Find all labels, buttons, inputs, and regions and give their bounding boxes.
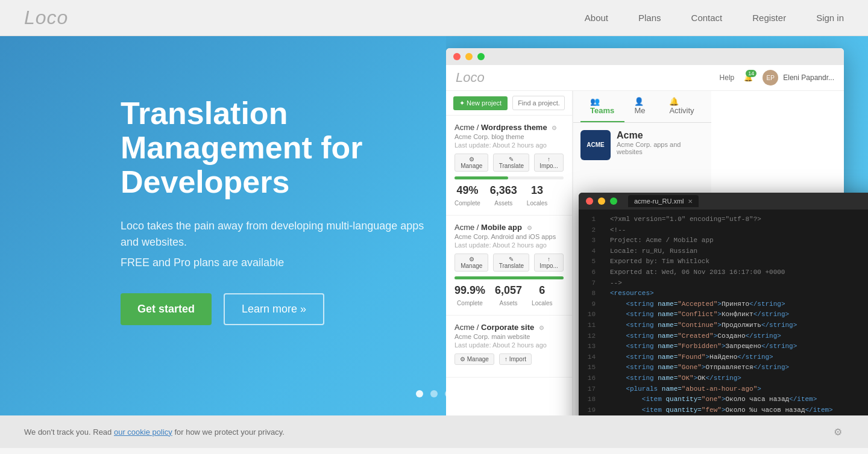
cookie-policy-link[interactable]: our cookie policy bbox=[114, 428, 172, 437]
editor-maximize[interactable] bbox=[610, 197, 617, 205]
team-desc: Acme Corp. apps and websites bbox=[617, 141, 704, 155]
nav-contact[interactable]: Contact bbox=[691, 13, 723, 23]
learn-more-button[interactable]: Learn more » bbox=[224, 293, 324, 325]
project-item-wordpress[interactable]: Acme / Wordpress theme ⚙ Acme Corp. blog… bbox=[446, 116, 572, 216]
new-project-button[interactable]: ✦ New project bbox=[453, 96, 508, 110]
code-content: <?xml version="1.0" encoding="utf-8"?> <… bbox=[603, 210, 868, 415]
project-item-mobile[interactable]: Acme / Mobile app ⚙ Acme Corp. Android a… bbox=[446, 216, 572, 316]
progress-fill-mob bbox=[454, 276, 564, 279]
loco-app-logo: Loco bbox=[456, 70, 485, 86]
nav-plans[interactable]: Plans bbox=[638, 13, 661, 23]
code-body: 1234567891011121314151617181920212223242… bbox=[579, 210, 868, 415]
project-actions-wordpress: ⚙ Manage ✎ Translate ↑ Impo... bbox=[454, 154, 564, 172]
manage-button-corp[interactable]: ⚙ Manage bbox=[454, 353, 494, 365]
import-button-wp[interactable]: ↑ Impo... bbox=[534, 154, 564, 172]
progress-fill-wp bbox=[454, 176, 508, 179]
user-avatar[interactable]: EP Eleni Papandr... bbox=[763, 70, 834, 86]
project-name-corporate: Acme / Corporate site ⚙ bbox=[454, 323, 564, 332]
hero-title: Translation Management for Developers bbox=[121, 96, 434, 200]
hero-plans: FREE and Pro plans are available bbox=[121, 257, 434, 269]
code-editor: acme-ru_RU.xml ✕ 12345678910111213141516… bbox=[579, 193, 868, 415]
tab-activity[interactable]: 🔔 Activity bbox=[659, 91, 704, 122]
notification-badge: 14 bbox=[746, 70, 756, 77]
project-list: ✦ New project Acme / Wordpress theme ⚙ A… bbox=[446, 91, 573, 415]
project-stats-wp: 49% Complete 6,363 Assets 13 Locales bbox=[454, 184, 564, 208]
logo: Loco bbox=[24, 7, 68, 29]
carousel-dot-2[interactable] bbox=[430, 390, 438, 397]
manage-button-wp[interactable]: ⚙ Manage bbox=[454, 154, 488, 172]
project-desc-wordpress: Acme Corp. blog theme bbox=[454, 133, 564, 140]
footer-text: We don't track you. Read our cookie poli… bbox=[24, 428, 285, 437]
stat-assets-mob: 6,057 Assets bbox=[495, 284, 522, 308]
carousel-dot-1[interactable] bbox=[416, 390, 423, 397]
app-nav-right: Help 🔔 14 EP Eleni Papandr... bbox=[720, 70, 834, 86]
main-nav: About Plans Contact Register Sign in bbox=[585, 13, 844, 23]
project-stats-mob: 99.9% Complete 6,057 Assets 6 Locales bbox=[454, 284, 564, 308]
line-numbers: 1234567891011121314151617181920212223242… bbox=[579, 210, 603, 415]
nav-about[interactable]: About bbox=[585, 13, 608, 23]
translate-button-mob[interactable]: ✎ Translate bbox=[493, 253, 529, 272]
project-name-mobile: Acme / Mobile app ⚙ bbox=[454, 223, 564, 232]
nav-signin[interactable]: Sign in bbox=[816, 13, 844, 23]
avatar-image: EP bbox=[763, 70, 778, 86]
stat-complete-mob: 99.9% Complete bbox=[454, 284, 485, 308]
user-name: Eleni Papandr... bbox=[783, 73, 834, 82]
minimize-button[interactable] bbox=[465, 53, 473, 60]
help-link[interactable]: Help bbox=[720, 73, 735, 82]
header: Loco About Plans Contact Register Sign i… bbox=[0, 0, 868, 36]
project-actions-corporate: ⚙ Manage ↑ Import bbox=[454, 353, 564, 365]
team-card: ACME Acme Acme Corp. apps and websites bbox=[580, 130, 704, 160]
app-screenshot: Loco Help 🔔 14 EP Eleni Papandr... bbox=[446, 36, 868, 415]
maximize-button[interactable] bbox=[477, 53, 485, 60]
project-desc-corporate: Acme Corp. main website bbox=[454, 333, 564, 340]
stat-locales-wp: 13 Locales bbox=[527, 184, 547, 208]
find-project-input[interactable] bbox=[512, 96, 565, 110]
project-item-corporate[interactable]: Acme / Corporate site ⚙ Acme Corp. main … bbox=[446, 316, 572, 378]
stat-assets-wp: 6,363 Assets bbox=[490, 184, 517, 208]
project-actions-mobile: ⚙ Manage ✎ Translate ↑ Impo... bbox=[454, 253, 564, 272]
project-date-corporate: Last update: About 2 hours ago bbox=[454, 341, 564, 349]
project-desc-mobile: Acme Corp. Android and iOS apps bbox=[454, 233, 564, 240]
tab-teams[interactable]: 👥 Teams bbox=[580, 91, 624, 122]
editor-close[interactable] bbox=[586, 197, 593, 205]
team-name: Acme bbox=[617, 130, 704, 141]
editor-tab-close[interactable]: ✕ bbox=[688, 198, 693, 205]
carousel-dot-3[interactable] bbox=[445, 390, 452, 397]
carousel-dots bbox=[416, 390, 452, 397]
teams-tabs: 👥 Teams 👤 Me 🔔 Activity bbox=[573, 91, 711, 123]
stat-complete-wp: 49% Complete bbox=[454, 184, 480, 208]
hero-section: Translation Management for Developers Lo… bbox=[0, 36, 868, 415]
tab-me[interactable]: 👤 Me bbox=[624, 91, 659, 122]
translate-button-wp[interactable]: ✎ Translate bbox=[493, 154, 529, 172]
close-button[interactable] bbox=[453, 53, 461, 60]
new-project-bar: ✦ New project bbox=[446, 91, 572, 116]
stat-locales-mob: 6 Locales bbox=[532, 284, 552, 308]
window-chrome bbox=[446, 48, 844, 65]
loco-app-header: Loco Help 🔔 14 EP Eleni Papandr... bbox=[446, 65, 844, 91]
project-date-mobile: Last update: About 2 hours ago bbox=[454, 241, 564, 249]
progress-bar-wp bbox=[454, 176, 564, 179]
project-date-wordpress: Last update: About 2 hours ago bbox=[454, 141, 564, 149]
notifications-button[interactable]: 🔔 14 bbox=[744, 73, 753, 82]
progress-bar-mob bbox=[454, 276, 564, 279]
team-logo: ACME bbox=[580, 130, 611, 160]
footer: We don't track you. Read our cookie poli… bbox=[0, 415, 868, 448]
editor-minimize[interactable] bbox=[598, 197, 605, 205]
settings-icon[interactable]: ⚙ bbox=[832, 426, 844, 438]
nav-register[interactable]: Register bbox=[752, 13, 786, 23]
team-info: Acme Acme Corp. apps and websites bbox=[617, 130, 704, 155]
editor-tab[interactable]: acme-ru_RU.xml ✕ bbox=[628, 195, 699, 207]
hero-buttons: Get started Learn more » bbox=[121, 293, 434, 325]
get-started-button[interactable]: Get started bbox=[121, 293, 212, 325]
manage-button-mob[interactable]: ⚙ Manage bbox=[454, 253, 488, 272]
project-name-wordpress: Acme / Wordpress theme ⚙ bbox=[454, 123, 564, 132]
editor-filename: acme-ru_RU.xml bbox=[634, 197, 684, 205]
hero-content: Translation Management for Developers Lo… bbox=[0, 72, 434, 325]
import-button-mob[interactable]: ↑ Impo... bbox=[534, 253, 564, 272]
import-button-corp[interactable]: ↑ Import bbox=[499, 353, 532, 365]
hero-subtitle: Loco takes the pain away from developing… bbox=[121, 218, 434, 250]
editor-chrome: acme-ru_RU.xml ✕ bbox=[579, 193, 868, 210]
